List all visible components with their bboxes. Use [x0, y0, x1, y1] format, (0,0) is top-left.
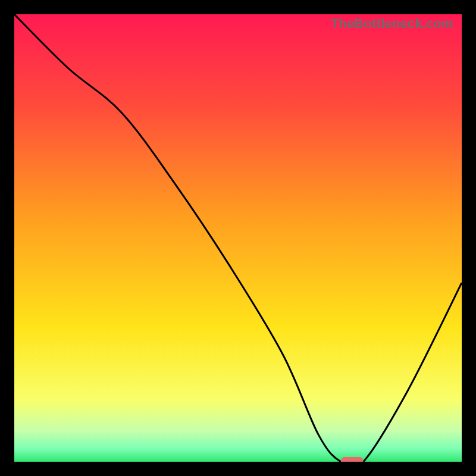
chart-frame: TheBottleneck.com	[14, 14, 462, 462]
optimal-marker	[341, 457, 364, 462]
gradient-background	[14, 14, 462, 462]
watermark-text: TheBottleneck.com	[331, 16, 453, 32]
bottleneck-chart	[14, 14, 462, 462]
